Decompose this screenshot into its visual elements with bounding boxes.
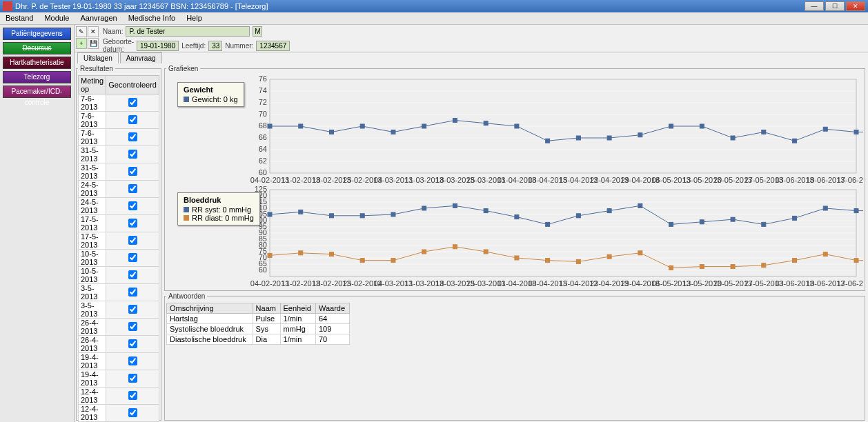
cell-date[interactable]: 24-5-2013 [79, 181, 106, 198]
table-row[interactable]: 10-5-2013 [79, 250, 159, 267]
cell-date[interactable]: 24-5-2013 [79, 198, 106, 215]
nav-telezorg[interactable]: Telezorg [3, 71, 71, 83]
table-row[interactable]: Systolische bloeddrukSysmmHg109 [167, 324, 350, 334]
checkbox-gecontroleerd[interactable] [128, 391, 137, 400]
checkbox-gecontroleerd[interactable] [128, 201, 137, 210]
cell-date[interactable]: 19-4-2013 [79, 370, 106, 388]
tab-uitslagen[interactable]: Uitslagen [77, 52, 119, 63]
menu-module[interactable]: Module [39, 12, 75, 24]
table-row[interactable]: 12-4-2013 [79, 388, 159, 405]
table-row[interactable]: 3-5-2013 [79, 284, 159, 301]
table-row[interactable]: 26-4-2013 [79, 336, 159, 353]
table-row[interactable]: HartslagPulse1/min64 [167, 314, 350, 324]
checkbox-gecontroleerd[interactable] [128, 236, 137, 245]
toolbar-add-icon[interactable]: + [76, 38, 87, 49]
maximize-button[interactable]: ☐ [825, 1, 845, 11]
table-row[interactable]: 31-5-2013 [79, 146, 159, 163]
cell-date[interactable]: 12-4-2013 [79, 405, 106, 422]
toolbar-edit-icon[interactable]: ✎ [76, 26, 87, 37]
checkbox-gecontroleerd[interactable] [128, 322, 137, 331]
nav-patientgegevens[interactable]: Patiëntgegevens [3, 28, 71, 40]
nav-decursus[interactable]: Decursus [3, 42, 71, 54]
toolbar-save-icon[interactable]: 💾 [88, 38, 99, 49]
cell-date[interactable]: 10-5-2013 [79, 250, 106, 267]
table-row[interactable]: 17-5-2013 [79, 232, 159, 250]
table-row[interactable]: 7-6-2013 [79, 129, 159, 146]
cell-date[interactable]: 3-5-2013 [79, 284, 106, 301]
menu-help[interactable]: Help [181, 12, 208, 24]
col-omschrijving[interactable]: Omschrijving [167, 303, 253, 314]
cell-checked[interactable] [106, 353, 159, 370]
field-naam[interactable]: P. de Tester [126, 26, 250, 37]
minimize-button[interactable]: — [805, 1, 824, 11]
cell-date[interactable]: 17-5-2013 [79, 215, 106, 232]
col-eenheid[interactable]: Eenheid [280, 303, 315, 314]
table-row[interactable]: 24-5-2013 [79, 198, 159, 215]
checkbox-gecontroleerd[interactable] [128, 270, 137, 279]
cell-checked[interactable] [106, 163, 159, 181]
checkbox-gecontroleerd[interactable] [128, 339, 137, 348]
table-row[interactable]: 31-5-2013 [79, 163, 159, 181]
cell-date[interactable]: 19-4-2013 [79, 353, 106, 370]
table-row[interactable]: 7-6-2013 [79, 94, 159, 112]
field-gender[interactable]: M [253, 26, 262, 37]
table-row[interactable]: Diastolische bloeddrukDia1/min70 [167, 334, 350, 345]
checkbox-gecontroleerd[interactable] [128, 374, 137, 383]
cell-checked[interactable] [106, 336, 159, 353]
cell-checked[interactable] [106, 129, 159, 146]
cell-checked[interactable] [106, 112, 159, 129]
checkbox-gecontroleerd[interactable] [128, 253, 137, 262]
checkbox-gecontroleerd[interactable] [128, 408, 137, 417]
cell-checked[interactable] [106, 370, 159, 388]
checkbox-gecontroleerd[interactable] [128, 115, 137, 124]
toolbar-cancel-icon[interactable]: ✕ [88, 26, 99, 37]
menu-aanvragen[interactable]: Aanvragen [75, 12, 122, 24]
table-row[interactable]: 19-4-2013 [79, 353, 159, 370]
cell-checked[interactable] [106, 301, 159, 319]
menu-medische-info[interactable]: Medische Info [123, 12, 181, 24]
col-naam[interactable]: Naam [253, 303, 280, 314]
cell-checked[interactable] [106, 215, 159, 232]
table-row[interactable]: 17-5-2013 [79, 215, 159, 232]
table-row[interactable]: 7-6-2013 [79, 112, 159, 129]
checkbox-gecontroleerd[interactable] [128, 150, 137, 159]
table-row[interactable]: 12-4-2013 [79, 405, 159, 422]
checkbox-gecontroleerd[interactable] [128, 219, 137, 228]
checkbox-gecontroleerd[interactable] [128, 132, 137, 141]
col-gecontroleerd[interactable]: Gecontroleerd [106, 76, 159, 94]
col-waarde[interactable]: Waarde [315, 303, 349, 314]
checkbox-gecontroleerd[interactable] [128, 305, 137, 314]
checkbox-gecontroleerd[interactable] [128, 288, 137, 297]
table-row[interactable]: 24-5-2013 [79, 181, 159, 198]
field-age[interactable]: 33 [208, 41, 222, 51]
checkbox-gecontroleerd[interactable] [128, 167, 137, 176]
cell-date[interactable]: 10-5-2013 [79, 267, 106, 284]
cell-checked[interactable] [106, 232, 159, 250]
cell-date[interactable]: 31-5-2013 [79, 146, 106, 163]
cell-date[interactable]: 7-6-2013 [79, 129, 106, 146]
cell-date[interactable]: 7-6-2013 [79, 94, 106, 112]
field-num[interactable]: 1234567 [256, 41, 290, 51]
col-meting-op[interactable]: Meting op [79, 76, 106, 94]
table-row[interactable]: 26-4-2013 [79, 319, 159, 336]
checkbox-gecontroleerd[interactable] [128, 98, 137, 107]
cell-date[interactable]: 3-5-2013 [79, 301, 106, 319]
cell-checked[interactable] [106, 94, 159, 112]
cell-checked[interactable] [106, 284, 159, 301]
checkbox-gecontroleerd[interactable] [128, 356, 137, 365]
cell-date[interactable]: 31-5-2013 [79, 163, 106, 181]
cell-checked[interactable] [106, 181, 159, 198]
close-button[interactable]: ✕ [846, 1, 865, 11]
cell-date[interactable]: 12-4-2013 [79, 388, 106, 405]
menu-bestand[interactable]: Bestand [0, 12, 39, 24]
cell-date[interactable]: 26-4-2013 [79, 336, 106, 353]
nav-pacemaker[interactable]: Pacemaker/ICD-controle [3, 86, 71, 98]
checkbox-gecontroleerd[interactable] [128, 184, 137, 193]
field-dob[interactable]: 19-01-1980 [137, 41, 179, 51]
cell-checked[interactable] [106, 250, 159, 267]
nav-hartkatheterisatie[interactable]: Hartkatheterisatie [3, 57, 71, 69]
table-row[interactable]: 10-5-2013 [79, 267, 159, 284]
table-row[interactable]: 19-4-2013 [79, 370, 159, 388]
cell-checked[interactable] [106, 267, 159, 284]
cell-checked[interactable] [106, 405, 159, 422]
